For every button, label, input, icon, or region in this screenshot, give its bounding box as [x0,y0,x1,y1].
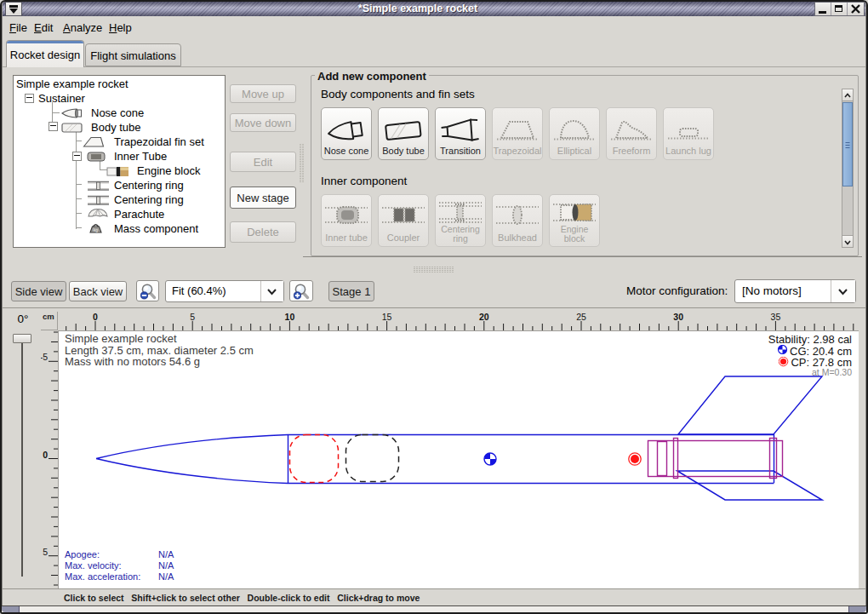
svg-text:0: 0 [43,450,48,460]
svg-text:35: 35 [771,312,781,322]
svg-text:0: 0 [93,312,98,322]
svg-text:30: 30 [673,312,683,322]
svg-text:5: 5 [190,312,195,322]
svg-text:20: 20 [479,312,489,322]
svg-text:10: 10 [285,312,295,322]
svg-text:15: 15 [382,312,392,322]
svg-text:25: 25 [576,312,586,322]
svg-text:kg: kg [94,227,99,232]
svg-text:5: 5 [43,547,48,557]
svg-text:-5: -5 [41,352,48,362]
